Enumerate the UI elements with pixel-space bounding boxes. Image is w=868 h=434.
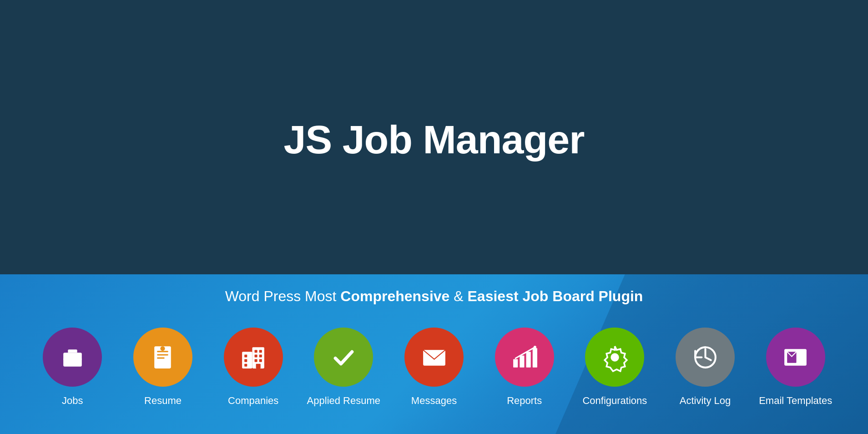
resume-label: Resume [144,395,182,407]
clock-history-icon [691,343,720,372]
companies-label: Companies [228,395,278,407]
svg-rect-16 [259,354,262,357]
svg-rect-22 [520,355,525,367]
svg-rect-5 [157,354,168,355]
banner-section: Word Press Most Comprehensive & Easiest … [0,274,868,434]
envelope-icon [419,343,449,372]
svg-rect-31 [798,353,804,354]
companies-icon-circle [224,328,283,387]
configurations-label: Configurations [582,395,647,407]
svg-rect-19 [256,363,261,368]
feature-item-configurations[interactable]: Configurations [570,328,660,407]
svg-rect-10 [244,354,247,357]
svg-rect-14 [259,350,262,353]
jobs-label: Jobs [62,395,83,407]
resume-icon [148,343,177,372]
checkmark-icon [329,343,358,372]
svg-rect-4 [157,351,168,352]
svg-rect-15 [255,354,257,357]
feature-item-activity-log[interactable]: Activity Log [660,328,751,407]
page-title: JS Job Manager [284,116,585,163]
svg-rect-17 [255,359,257,362]
resume-icon-circle [133,328,192,387]
email-templates-label: Email Templates [759,395,832,407]
briefcase-icon [58,343,87,372]
svg-rect-21 [513,359,518,367]
svg-rect-11 [244,359,247,362]
top-section: JS Job Manager [0,0,868,274]
configurations-icon-circle [585,328,644,387]
jobs-icon-circle [43,328,102,387]
svg-point-25 [534,346,536,348]
building-icon [238,343,268,372]
feature-item-companies[interactable]: Companies [208,328,298,407]
feature-item-messages[interactable]: Messages [389,328,479,407]
svg-rect-24 [533,348,537,368]
feature-item-reports[interactable]: Reports [479,328,570,407]
messages-label: Messages [411,395,457,407]
feature-item-resume[interactable]: Resume [118,328,208,407]
activity-log-label: Activity Log [680,395,731,407]
email-template-icon [781,343,810,372]
activity-log-icon-circle [676,328,735,387]
svg-rect-13 [255,350,257,353]
feature-item-jobs[interactable]: Jobs [27,328,118,407]
reports-icon-circle [495,328,554,387]
chart-icon [510,343,539,372]
subtitle: Word Press Most Comprehensive & Easiest … [0,288,868,305]
svg-rect-18 [259,359,262,362]
svg-rect-2 [70,357,75,361]
svg-rect-34 [798,361,802,362]
svg-rect-32 [798,355,804,357]
applied-resume-label: Applied Resume [307,395,380,407]
gear-icon [600,343,630,372]
applied-resume-icon-circle [314,328,373,387]
feature-item-email-templates[interactable]: Email Templates [750,328,841,407]
svg-rect-6 [157,357,165,358]
svg-point-7 [161,346,165,351]
feature-item-applied-resume[interactable]: Applied Resume [298,328,389,407]
reports-label: Reports [507,395,542,407]
svg-rect-23 [526,352,531,368]
messages-icon-circle [404,328,464,387]
email-templates-icon-circle [766,328,825,387]
features-row: Jobs Resume [0,328,868,407]
svg-rect-33 [798,358,804,359]
svg-rect-12 [244,363,247,366]
